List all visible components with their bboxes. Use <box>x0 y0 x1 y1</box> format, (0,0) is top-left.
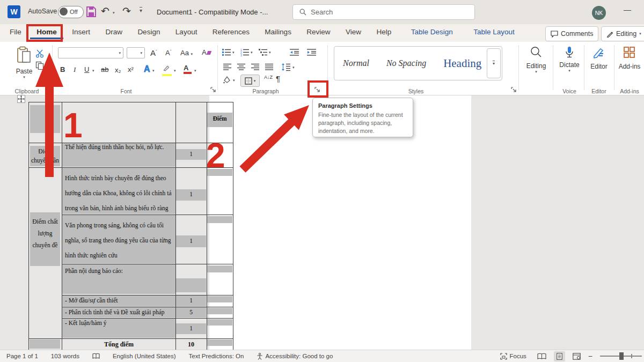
table-border <box>62 295 233 295</box>
font-color-button[interactable]: A <box>184 64 192 74</box>
avatar[interactable]: NK <box>592 6 606 20</box>
dictate-button[interactable]: Dictate ▾ <box>556 46 583 73</box>
table-border <box>62 318 233 319</box>
table-row-desc: Phần nội dung báo cáo: <box>65 268 173 274</box>
style-heading[interactable]: Heading <box>435 57 490 70</box>
tab-design[interactable]: Design <box>131 24 166 39</box>
cut-icon[interactable] <box>35 49 44 58</box>
align-left-icon[interactable] <box>223 63 232 71</box>
addins-label: Add-ins <box>616 63 643 70</box>
quick-access-overflow-icon[interactable]: ▾ <box>140 7 142 13</box>
save-icon[interactable] <box>86 6 97 18</box>
style-no-spacing[interactable]: No Spacing <box>378 58 435 68</box>
proofing-icon[interactable] <box>92 353 100 359</box>
bold-button[interactable]: B <box>60 65 65 73</box>
zoom-out-button[interactable]: − <box>588 352 592 360</box>
table-total-label: Tổng điểm <box>62 341 175 349</box>
search-box[interactable]: Search <box>292 4 475 20</box>
editing-group-button[interactable]: Editing ▾ <box>522 46 551 74</box>
language-indicator[interactable]: English (United States) <box>113 353 176 359</box>
tab-mailings[interactable]: Mailings <box>258 24 298 39</box>
grow-font-button[interactable]: Aˆ <box>150 48 157 57</box>
zoom-slider-handle[interactable] <box>619 352 624 360</box>
redo-button[interactable]: ↷ <box>122 5 131 17</box>
undo-button[interactable]: ↶ <box>101 5 109 17</box>
clear-formatting-button[interactable]: A <box>202 48 211 56</box>
autosave-label: AutoSave <box>28 8 57 15</box>
zoom-slider[interactable] <box>600 352 642 360</box>
decrease-indent-icon[interactable] <box>290 48 299 56</box>
read-mode-button[interactable] <box>537 353 546 360</box>
superscript-button[interactable]: x² <box>128 65 134 73</box>
tab-help[interactable]: Help <box>370 24 398 39</box>
highlight-button[interactable] <box>162 64 172 76</box>
strikethrough-button[interactable]: ab <box>101 65 108 73</box>
text-predictions[interactable]: Text Predictions: On <box>189 353 244 359</box>
sort-button[interactable]: A↓Z <box>264 75 273 80</box>
styles-dialog-launcher-icon[interactable] <box>511 87 517 93</box>
change-case-button[interactable]: Aa ▾ <box>180 49 193 57</box>
highlight-chevron-icon[interactable]: ▾ <box>174 69 176 73</box>
font-color-chevron-icon[interactable]: ▾ <box>194 69 196 73</box>
web-layout-button[interactable] <box>573 353 581 360</box>
print-layout-icon <box>557 353 562 360</box>
editor-button[interactable]: Editor <box>586 46 612 70</box>
italic-button[interactable]: I <box>74 65 76 74</box>
tab-layout[interactable]: Layout <box>169 24 204 39</box>
multilevel-list-chevron-icon[interactable]: ▾ <box>269 50 271 55</box>
multilevel-list-icon[interactable] <box>259 48 268 56</box>
align-center-icon[interactable] <box>237 63 246 71</box>
print-layout-button[interactable] <box>554 351 565 361</box>
autosave-toggle[interactable]: Off <box>58 6 84 18</box>
text-effects-button[interactable]: A <box>144 64 150 74</box>
editor-pencil-icon <box>592 46 605 59</box>
tab-references[interactable]: References <box>206 24 256 39</box>
table-move-handle-icon[interactable] <box>17 95 25 103</box>
page-indicator[interactable]: Page 1 of 1 <box>6 353 38 359</box>
numbered-list-icon[interactable]: 123 <box>240 48 250 56</box>
word-count[interactable]: 103 words <box>51 353 79 359</box>
word-window: W AutoSave Off ↶ ▾ ↷ ▾ Document1 - Compa… <box>0 0 644 362</box>
word-logo-icon[interactable]: W <box>8 5 20 18</box>
font-size-combobox[interactable]: ▾ <box>127 47 145 58</box>
underline-chevron-icon[interactable]: ▾ <box>92 69 94 73</box>
underline-button[interactable]: U <box>84 65 89 73</box>
borders-button[interactable]: ▾ <box>240 75 260 87</box>
editing-mode-button[interactable]: Editing ▾ <box>601 26 644 41</box>
tab-file[interactable]: File <box>3 24 28 39</box>
accessibility-status[interactable]: Accessibility: Good to go <box>257 353 333 360</box>
addins-button[interactable]: Add-ins <box>616 46 643 70</box>
undo-chevron-icon[interactable]: ▾ <box>113 11 115 15</box>
line-spacing-icon[interactable] <box>281 63 291 71</box>
increase-indent-icon[interactable] <box>307 48 317 56</box>
subscript-button[interactable]: x₂ <box>115 66 121 74</box>
minimize-button[interactable]: — <box>624 5 631 14</box>
paste-button[interactable]: Paste ▾ <box>12 46 36 79</box>
chevron-down-icon: ▾ <box>639 32 641 36</box>
font-dialog-launcher-icon[interactable] <box>210 87 216 93</box>
align-right-icon[interactable] <box>251 63 260 71</box>
focus-button[interactable]: Focus <box>500 353 526 360</box>
pilcrow-button[interactable]: ¶ <box>276 74 280 83</box>
styles-gallery-more-button[interactable]: ▾ <box>487 48 501 78</box>
style-normal[interactable]: Normal <box>334 58 378 68</box>
comments-button[interactable]: Comments <box>545 26 598 41</box>
font-name-combobox[interactable]: ▾ <box>58 47 123 58</box>
tab-draw[interactable]: Draw <box>99 24 129 39</box>
tab-insert[interactable]: Insert <box>65 24 97 39</box>
tab-view[interactable]: View <box>339 24 368 39</box>
justify-icon[interactable] <box>265 63 274 71</box>
table-category-1: Điểm chuyên cần <box>30 147 60 165</box>
shrink-font-button[interactable]: Aˇ <box>165 49 171 57</box>
text-effects-chevron-icon[interactable]: ▾ <box>152 69 155 73</box>
numbered-list-chevron-icon[interactable]: ▾ <box>251 50 253 55</box>
bullet-list-icon[interactable] <box>222 48 231 56</box>
shading-chevron-icon[interactable]: ▾ <box>233 78 235 83</box>
tab-table-layout[interactable]: Table Layout <box>467 24 521 39</box>
bullet-list-chevron-icon[interactable]: ▾ <box>232 50 235 55</box>
tab-table-design[interactable]: Table Design <box>405 24 459 39</box>
shading-icon[interactable] <box>222 76 232 84</box>
tab-review[interactable]: Review <box>300 24 336 39</box>
line-spacing-chevron-icon[interactable]: ▾ <box>292 65 295 70</box>
copy-icon[interactable] <box>35 61 44 70</box>
